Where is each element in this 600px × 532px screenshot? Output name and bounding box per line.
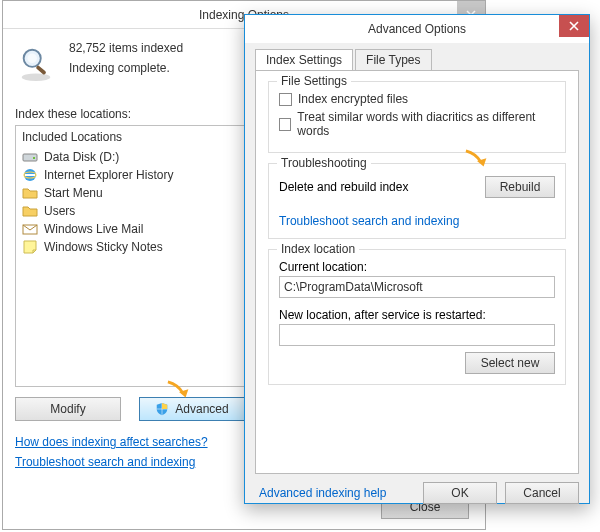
items-indexed-count: 82,752 items indexed: [69, 41, 183, 55]
list-item-label: Start Menu: [44, 186, 103, 200]
advanced-options-dialog: Advanced Options Index Settings File Typ…: [244, 14, 590, 504]
checkbox-label: Treat similar words with diacritics as d…: [297, 110, 555, 138]
cancel-button-label: Cancel: [523, 486, 560, 500]
svg-point-2: [27, 54, 37, 64]
index-location-legend: Index location: [277, 242, 359, 256]
list-item-label: Users: [44, 204, 75, 218]
diacritics-option[interactable]: Treat similar words with diacritics as d…: [279, 110, 555, 138]
current-location-field[interactable]: [279, 276, 555, 298]
sticky-note-icon: [22, 239, 38, 255]
magnifier-icon: [17, 45, 55, 83]
cancel-button[interactable]: Cancel: [505, 482, 579, 504]
file-settings-group: File Settings Index encrypted files Trea…: [268, 81, 566, 153]
list-item-label: Internet Explorer History: [44, 168, 173, 182]
tab-index-settings[interactable]: Index Settings: [255, 49, 353, 70]
list-item-label: Windows Sticky Notes: [44, 240, 163, 254]
indexing-status: Indexing complete.: [69, 61, 183, 75]
troubleshoot-link[interactable]: Troubleshoot search and indexing: [15, 455, 195, 469]
disk-icon: [22, 149, 38, 165]
delete-rebuild-label: Delete and rebuild index: [279, 180, 408, 194]
troubleshooting-group: Troubleshooting Delete and rebuild index…: [268, 163, 566, 239]
folder-icon: [22, 203, 38, 219]
advanced-close-button[interactable]: [559, 15, 589, 37]
current-location-label: Current location:: [279, 260, 555, 274]
encrypted-files-option[interactable]: Index encrypted files: [279, 92, 555, 106]
advanced-title: Advanced Options: [368, 22, 466, 36]
index-location-group: Index location Current location: New loc…: [268, 249, 566, 385]
svg-point-0: [22, 74, 51, 82]
advanced-titlebar: Advanced Options: [245, 15, 589, 43]
checkbox-icon[interactable]: [279, 93, 292, 106]
svg-rect-5: [33, 157, 35, 159]
mail-icon: [22, 221, 38, 237]
checkbox-label: Index encrypted files: [298, 92, 408, 106]
folder-icon: [22, 185, 38, 201]
checkbox-icon[interactable]: [279, 118, 291, 131]
troubleshoot-search-link[interactable]: Troubleshoot search and indexing: [279, 214, 459, 228]
ok-button-label: OK: [451, 486, 468, 500]
troubleshooting-legend: Troubleshooting: [277, 156, 371, 170]
select-new-button[interactable]: Select new: [465, 352, 555, 374]
tab-label: File Types: [366, 53, 420, 67]
rebuild-button-label: Rebuild: [500, 180, 541, 194]
advanced-help-link[interactable]: Advanced indexing help: [259, 486, 386, 500]
indexing-affect-link[interactable]: How does indexing affect searches?: [15, 435, 208, 449]
select-new-button-label: Select new: [481, 356, 540, 370]
tab-file-types[interactable]: File Types: [355, 49, 431, 70]
tab-page-index-settings: File Settings Index encrypted files Trea…: [255, 70, 579, 474]
pointer-arrow-icon: [463, 148, 493, 174]
modify-button[interactable]: Modify: [15, 397, 121, 421]
tab-strip: Index Settings File Types: [245, 43, 589, 70]
tab-label: Index Settings: [266, 53, 342, 67]
ie-icon: [22, 167, 38, 183]
list-item-label: Data Disk (D:): [44, 150, 119, 164]
modify-button-label: Modify: [50, 402, 85, 416]
rebuild-button[interactable]: Rebuild: [485, 176, 555, 198]
new-location-field[interactable]: [279, 324, 555, 346]
ok-button[interactable]: OK: [423, 482, 497, 504]
list-item-label: Windows Live Mail: [44, 222, 143, 236]
file-settings-legend: File Settings: [277, 74, 351, 88]
new-location-label: New location, after service is restarted…: [279, 308, 555, 322]
pointer-arrow-icon: [165, 379, 195, 405]
